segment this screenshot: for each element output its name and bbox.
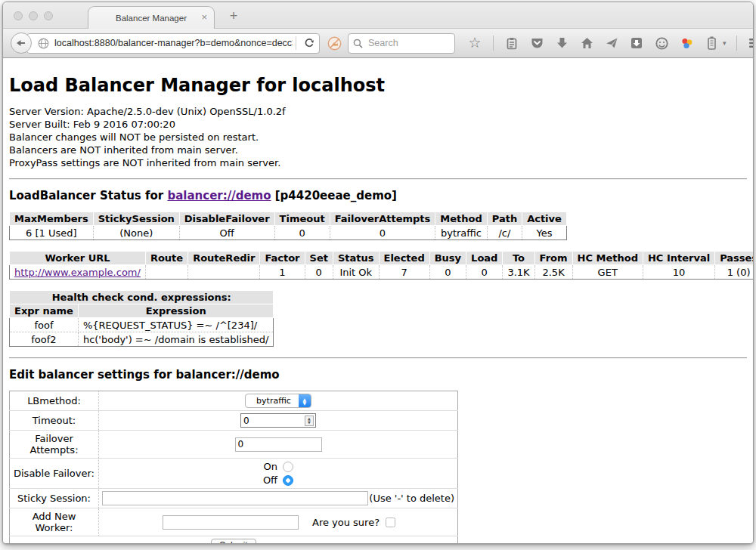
overflow-caret-icon[interactable]: ▾: [723, 39, 727, 47]
cell: hc('body') =~ /domain is established/: [78, 332, 274, 347]
downloads-icon[interactable]: [554, 35, 569, 51]
header-cell: Route: [145, 252, 187, 265]
worker-url-cell: http://www.example.com/: [10, 265, 146, 280]
table-header-row: Health check cond. expressions:: [10, 291, 274, 304]
are-you-sure-checkbox[interactable]: [386, 518, 395, 527]
failover-attempts-row: Failover Attempts:: [10, 431, 458, 459]
search-input[interactable]: [367, 37, 450, 49]
cell: foof: [10, 318, 79, 332]
download-panel-icon[interactable]: [629, 35, 644, 51]
lbmethod-row: LBmethod: bytraffic ▲▼: [10, 391, 458, 411]
proxypass-note: ProxyPass settings are NOT inherited fro…: [9, 156, 747, 169]
battery-extension-icon[interactable]: [704, 35, 719, 51]
sticky-session-input[interactable]: [102, 491, 368, 505]
disable-failover-row: Disable Failover: On Off: [10, 459, 458, 489]
menu-hamburger-icon[interactable]: [748, 35, 754, 51]
divider: [9, 178, 747, 180]
window-controls: [14, 11, 53, 20]
header-cell: To: [503, 252, 534, 265]
cell: 0: [466, 265, 503, 280]
number-spinner[interactable]: ▲▼: [305, 416, 314, 426]
cell: [145, 265, 187, 280]
worker-status-table: Worker URLRouteRouteRedirFactorSetStatus…: [9, 251, 753, 280]
bookmark-star-icon[interactable]: ☆: [467, 35, 482, 51]
cell: 0: [330, 226, 435, 240]
home-icon[interactable]: [579, 35, 594, 51]
page-content: Load Balancer Manager for localhost Serv…: [3, 58, 753, 543]
radio-on-label: On: [263, 461, 277, 472]
cell: Init Ok: [333, 265, 379, 280]
send-plane-icon[interactable]: [604, 35, 619, 51]
back-button[interactable]: [11, 32, 32, 54]
search-bar[interactable]: [348, 33, 455, 54]
cell: Yes: [522, 226, 567, 240]
minimize-window-button[interactable]: [29, 11, 38, 20]
status-heading: LoadBalancer Status for balancer://demo …: [9, 189, 747, 202]
failover-attempts-input[interactable]: [235, 437, 322, 452]
select-arrows-icon: ▲▼: [299, 394, 311, 408]
url-text[interactable]: localhost:8880/balancer-manager?b=demo&n…: [54, 38, 293, 48]
reload-button[interactable]: [299, 34, 319, 53]
disable-failover-on-radio[interactable]: [283, 462, 293, 472]
page-title: Load Balancer Manager for localhost: [9, 75, 747, 96]
reading-list-icon[interactable]: [504, 35, 519, 51]
blocked-content-extension-button[interactable]: [327, 32, 342, 54]
disable-failover-label: Disable Failover:: [10, 459, 99, 489]
header-cell: MaxMembers: [10, 212, 94, 226]
header-cell: Set: [305, 252, 333, 265]
header-cell: Expression: [78, 304, 274, 318]
table-row: foof2hc('body') =~ /domain is establishe…: [10, 332, 274, 347]
new-tab-button[interactable]: +: [224, 6, 243, 26]
lbmethod-selected-value: bytraffic: [246, 396, 299, 406]
radio-off-label: Off: [263, 474, 277, 486]
cell: bytraffic: [435, 226, 487, 240]
header-cell: StickySession: [93, 212, 179, 226]
balancer-demo-link[interactable]: balancer://demo: [167, 189, 271, 202]
toolbar-divider: [493, 36, 494, 51]
header-cell: Busy: [429, 252, 466, 265]
table-row: http://www.example.com/ 10Init Ok7003.1K…: [10, 265, 754, 280]
header-cell: Worker URL: [10, 252, 146, 265]
disable-failover-off-radio[interactable]: [283, 475, 293, 486]
header-cell: DisableFailover: [179, 212, 274, 226]
pocket-icon[interactable]: [529, 35, 544, 51]
timeout-row: Timeout: ▲▼: [10, 411, 458, 431]
browser-window: Balancer Manager × + localhost:8880/bala…: [2, 2, 754, 544]
zoom-window-button[interactable]: [44, 11, 53, 20]
site-identity-globe-icon[interactable]: [38, 38, 49, 49]
cell: 1: [260, 265, 305, 280]
toolbar-icons: ☆: [467, 35, 754, 51]
tab-bar: Balancer Manager × +: [3, 2, 753, 28]
header-cell: Elected: [379, 252, 429, 265]
header-cell: Expr name: [10, 304, 79, 318]
server-built: Server Built: Feb 9 2016 07:00:20: [9, 118, 747, 131]
worker-url-link[interactable]: http://www.example.com/: [14, 267, 141, 278]
lbmethod-select[interactable]: bytraffic ▲▼: [245, 394, 311, 408]
balancer-settings-form: LBmethod: bytraffic ▲▼ Timeout: ▲▼: [9, 391, 458, 543]
close-tab-icon[interactable]: ×: [201, 11, 207, 23]
table-header-row: Worker URLRouteRouteRedirFactorSetStatus…: [10, 252, 754, 265]
failover-attempts-label: Failover Attempts:: [10, 431, 99, 459]
header-cell: Factor: [260, 252, 305, 265]
color-dots-extension-icon[interactable]: [679, 35, 694, 51]
edit-settings-heading: Edit balancer settings for balancer://de…: [9, 368, 747, 382]
cell: 0: [274, 226, 330, 240]
header-cell: HC Method: [572, 252, 643, 265]
url-bar[interactable]: localhost:8880/balancer-manager?b=demo&n…: [26, 33, 320, 54]
add-worker-input[interactable]: [163, 515, 299, 530]
cell: Off: [179, 226, 274, 240]
health-check-table: Health check cond. expressions: Expr nam…: [9, 290, 274, 347]
header-cell: Load: [466, 252, 503, 265]
timeout-label: Timeout:: [10, 411, 99, 431]
server-version: Server Version: Apache/2.5.0-dev (Unix) …: [9, 105, 747, 118]
persist-note: Balancer changes will NOT be persisted o…: [9, 131, 747, 144]
submit-button[interactable]: Submit: [211, 539, 256, 543]
cell: foof2: [10, 332, 79, 347]
tab-balancer-manager[interactable]: Balancer Manager ×: [88, 6, 215, 29]
close-window-button[interactable]: [14, 11, 23, 20]
header-cell: Passes: [715, 252, 753, 265]
forum-smiley-icon[interactable]: [654, 35, 669, 51]
add-worker-label: Add New Worker:: [10, 508, 99, 536]
cell: 10: [643, 265, 714, 280]
header-cell: RouteRedir: [188, 252, 260, 265]
